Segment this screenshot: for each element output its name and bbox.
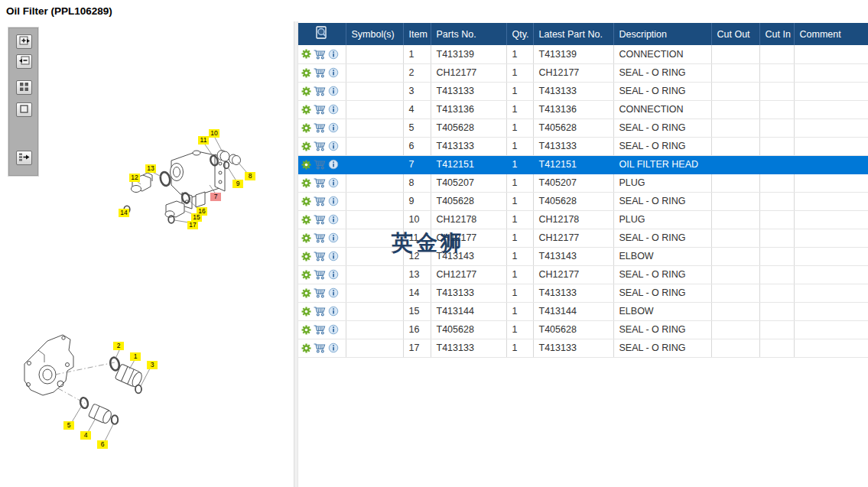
parts-no-cell[interactable]: T413143 — [431, 247, 506, 265]
parts-no-cell[interactable]: T413133 — [431, 339, 506, 357]
add-to-cart-icon[interactable] — [314, 214, 326, 225]
symbols-cell[interactable] — [346, 284, 403, 302]
description-cell[interactable]: PLUG — [613, 210, 711, 229]
latest-part-no-cell[interactable]: T405628 — [533, 119, 613, 137]
parts-no-cell[interactable]: T413133 — [431, 284, 506, 302]
add-to-cart-icon[interactable] — [314, 122, 326, 133]
comment-cell[interactable] — [794, 119, 868, 137]
item-cell[interactable]: 17 — [403, 339, 431, 357]
add-to-cart-icon[interactable] — [314, 67, 326, 78]
cut-in-cell[interactable] — [759, 284, 794, 302]
callout-label-14[interactable]: 14 — [119, 209, 129, 217]
info-icon[interactable] — [328, 306, 339, 317]
info-icon[interactable] — [328, 104, 339, 115]
cut-in-cell[interactable] — [759, 320, 794, 339]
callout-label-9[interactable]: 9 — [232, 180, 243, 188]
latest-part-no-cell[interactable]: T413143 — [533, 247, 613, 265]
parts-no-cell[interactable]: CH12177 — [431, 265, 506, 284]
symbols-cell[interactable] — [346, 210, 403, 229]
item-cell[interactable]: 12 — [403, 247, 431, 265]
callout-label-7[interactable]: 7 — [210, 193, 221, 201]
add-to-cart-icon[interactable] — [314, 287, 326, 298]
settings-gear-icon[interactable] — [301, 123, 311, 133]
qty-cell[interactable]: 1 — [506, 45, 533, 63]
info-icon[interactable] — [328, 159, 339, 170]
symbols-cell[interactable] — [346, 45, 403, 63]
settings-gear-icon[interactable] — [301, 160, 311, 170]
cut-out-cell[interactable] — [711, 265, 759, 284]
latest-part-no-cell[interactable]: T405207 — [533, 174, 613, 192]
item-cell[interactable]: 3 — [403, 82, 431, 100]
info-icon[interactable] — [328, 196, 339, 206]
description-cell[interactable]: CONNECTION — [613, 45, 711, 63]
add-to-cart-icon[interactable] — [314, 324, 326, 335]
comment-cell[interactable] — [794, 174, 868, 192]
table-row-item-14[interactable]: 14T4131331T413133SEAL - O RING — [298, 284, 868, 302]
symbols-cell[interactable] — [346, 247, 403, 265]
table-row-item-4[interactable]: 4T4131361T413136CONNECTION — [298, 100, 868, 119]
info-icon[interactable] — [328, 49, 339, 60]
zoom-out-arrow-button[interactable] — [16, 54, 32, 69]
add-to-cart-icon[interactable] — [314, 269, 326, 280]
cut-in-cell[interactable] — [759, 137, 794, 155]
cut-out-cell[interactable] — [711, 45, 759, 63]
item-cell[interactable]: 9 — [403, 192, 431, 210]
header-cell-comment[interactable]: Comment — [794, 23, 868, 45]
add-to-cart-icon[interactable] — [314, 343, 326, 353]
comment-cell[interactable] — [794, 137, 868, 155]
header-cell-cut-out[interactable]: Cut Out — [711, 23, 759, 45]
symbols-cell[interactable] — [346, 100, 403, 119]
header-cell-symbol-s-[interactable]: Symbol(s) — [346, 23, 403, 45]
description-cell[interactable]: SEAL - O RING — [613, 119, 711, 137]
latest-part-no-cell[interactable]: CH12177 — [533, 229, 613, 247]
latest-part-no-cell[interactable]: T413136 — [533, 100, 613, 119]
item-cell[interactable]: 13 — [403, 265, 431, 284]
settings-gear-icon[interactable] — [301, 233, 311, 243]
settings-gear-icon[interactable] — [301, 215, 311, 225]
symbols-cell[interactable] — [346, 119, 403, 137]
settings-gear-icon[interactable] — [301, 343, 311, 353]
qty-cell[interactable]: 1 — [506, 82, 533, 100]
table-row-item-2[interactable]: 2CH121771CH12177SEAL - O RING — [298, 63, 868, 82]
description-cell[interactable]: CONNECTION — [613, 100, 711, 119]
settings-gear-icon[interactable] — [301, 49, 311, 59]
symbols-cell[interactable] — [346, 320, 403, 339]
add-to-cart-icon[interactable] — [314, 232, 326, 243]
description-cell[interactable]: SEAL - O RING — [613, 284, 711, 302]
cut-in-cell[interactable] — [759, 100, 794, 119]
add-to-cart-icon[interactable] — [314, 306, 326, 317]
info-icon[interactable] — [328, 251, 339, 261]
info-icon[interactable] — [328, 232, 339, 243]
parts-no-cell[interactable]: T413133 — [431, 82, 506, 100]
symbols-cell[interactable] — [346, 174, 403, 192]
cut-in-cell[interactable] — [759, 265, 794, 284]
comment-cell[interactable] — [794, 302, 868, 320]
latest-part-no-cell[interactable]: T405628 — [533, 320, 613, 339]
qty-cell[interactable]: 1 — [506, 155, 533, 174]
cut-out-cell[interactable] — [711, 174, 759, 192]
latest-part-no-cell[interactable]: CH12177 — [533, 265, 613, 284]
latest-part-no-cell[interactable]: T413133 — [533, 82, 613, 100]
cut-out-cell[interactable] — [711, 155, 759, 174]
symbols-cell[interactable] — [346, 63, 403, 82]
info-icon[interactable] — [328, 324, 339, 335]
description-cell[interactable]: SEAL - O RING — [613, 320, 711, 339]
callout-label-10[interactable]: 10 — [209, 129, 219, 138]
table-row-item-17[interactable]: 17T4131331T413133SEAL - O RING — [298, 339, 868, 357]
cut-out-cell[interactable] — [711, 119, 759, 137]
comment-cell[interactable] — [794, 210, 868, 229]
symbols-cell[interactable] — [346, 265, 403, 284]
info-icon[interactable] — [328, 177, 339, 188]
comment-cell[interactable] — [794, 247, 868, 265]
add-to-cart-icon[interactable] — [314, 251, 326, 261]
item-cell[interactable]: 14 — [403, 284, 431, 302]
table-row-item-12[interactable]: 12T4131431T413143ELBOW — [298, 247, 868, 265]
cut-in-cell[interactable] — [759, 339, 794, 357]
callout-label-8[interactable]: 8 — [245, 172, 255, 180]
parts-no-cell[interactable]: T405628 — [431, 119, 506, 137]
tile-four-squares-button[interactable] — [16, 80, 32, 95]
symbols-cell[interactable] — [346, 82, 403, 100]
cut-in-cell[interactable] — [759, 174, 794, 192]
callout-label-5[interactable]: 5 — [63, 421, 74, 430]
info-icon[interactable] — [328, 287, 339, 298]
